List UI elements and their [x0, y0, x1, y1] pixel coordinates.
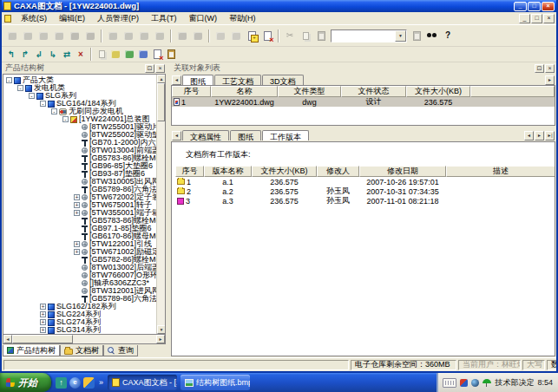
tree-item[interactable]: [8TW013004]前端盖SAE3: [4, 147, 156, 154]
route-down-icon[interactable]: ↳: [46, 49, 60, 61]
expand-toggle[interactable]: -: [29, 93, 35, 99]
route-in-icon[interactable]: ↲: [32, 49, 46, 61]
tree-item[interactable]: [8TW013002]后端盖: [4, 264, 156, 271]
tab-scroll-prev-icon[interactable]: ◄: [524, 131, 534, 140]
expand-toggle[interactable]: +: [40, 319, 46, 325]
column-header[interactable]: 序号: [175, 166, 204, 177]
panel-tab-0[interactable]: 产品结构树: [3, 345, 60, 356]
doc-tab-2[interactable]: 3D文档: [262, 75, 304, 85]
doc-paste-icon[interactable]: [164, 49, 178, 61]
tree-item[interactable]: [GB70.1-2000]内六角圆柱螺: [4, 139, 156, 147]
expand-toggle[interactable]: -: [17, 85, 23, 91]
tree-item[interactable]: +[5TW355001]端子箱组件: [4, 209, 156, 217]
checkout-icon[interactable]: [228, 29, 244, 43]
mdi-minimize-icon[interactable]: _: [519, 14, 530, 23]
toolbar1-icon-1-0[interactable]: [105, 29, 121, 43]
toolbar1-icon-2-1[interactable]: [190, 29, 206, 43]
document-icon[interactable]: [4, 15, 11, 23]
toolbar1-icon-0-3[interactable]: [51, 29, 67, 43]
mdi-restore-icon[interactable]: □: [531, 14, 542, 23]
tray-antivirus-icon[interactable]: [483, 378, 491, 388]
tree-item[interactable]: [8TW255001]驱动片(SAE11.: [4, 123, 156, 131]
shield-icon[interactable]: [83, 377, 95, 389]
task-button-1[interactable]: 结构树图纸.bmp -...: [181, 375, 250, 390]
expand-toggle[interactable]: +: [74, 202, 80, 208]
menu-item-3[interactable]: 工具(T): [145, 12, 183, 25]
scroll-down-icon[interactable]: ▼: [157, 325, 166, 334]
tree-item[interactable]: +[5TW672002]定子装配: [4, 193, 156, 201]
cancel-icon[interactable]: ×: [74, 49, 88, 61]
paste-icon[interactable]: [313, 29, 329, 43]
tab-scroll-first-icon[interactable]: ◄: [172, 131, 181, 140]
panel-close-icon[interactable]: ×: [155, 64, 165, 73]
tree-item[interactable]: [8TW766007]O形环*: [4, 271, 156, 279]
expand-toggle[interactable]: +: [40, 311, 46, 317]
toolbar1-icon-0-1[interactable]: [20, 29, 36, 43]
expand-toggle[interactable]: -: [6, 77, 12, 83]
tree-item[interactable]: [GB5783-86]螺栓M6x25: [4, 154, 156, 162]
panel-tab-1[interactable]: 文档树: [60, 345, 103, 356]
tree-item[interactable]: [GB96-85]大垫圈6: [4, 162, 156, 170]
task-button-0[interactable]: CAXA图文档 - [1Y...: [108, 375, 177, 390]
detail-tab-0[interactable]: 文档属性: [182, 130, 229, 140]
find-icon[interactable]: [424, 29, 440, 43]
tree-item[interactable]: [GB5789-86]六角法兰螺钉M: [4, 186, 156, 193]
cut-icon[interactable]: ✂: [282, 29, 298, 43]
tree-item[interactable]: -无刷同步发电机: [4, 108, 156, 115]
quick-launch-overflow-icon[interactable]: »: [99, 378, 103, 387]
language-bar-icon[interactable]: [443, 378, 456, 388]
doc-green-icon[interactable]: [122, 49, 136, 61]
expand-toggle[interactable]: +: [74, 249, 80, 255]
column-header[interactable]: 名称: [211, 86, 278, 97]
menu-item-1[interactable]: 编辑(E): [53, 12, 91, 25]
expand-toggle[interactable]: +: [40, 304, 46, 310]
copy-node-icon[interactable]: [95, 49, 108, 61]
restore-icon[interactable]: □: [528, 2, 541, 11]
detail-tab-2[interactable]: 工作版本: [262, 130, 309, 140]
scrollbar-thumb[interactable]: [157, 83, 165, 121]
tree-item[interactable]: +SLG314系列: [4, 326, 156, 334]
column-header[interactable]: 文件大小(KB): [406, 86, 470, 97]
tree-vertical-scrollbar[interactable]: ▲ ▼: [156, 75, 165, 334]
tree-item[interactable]: [8TW312001]进风网: [4, 287, 156, 295]
panel-close-icon[interactable]: ×: [545, 64, 555, 73]
swap-icon[interactable]: ⇄: [60, 49, 74, 61]
tree-item[interactable]: [GB5789-86]六角法兰螺钉M: [4, 295, 156, 303]
route-out-icon[interactable]: ↱: [18, 49, 32, 61]
doc-blue-icon[interactable]: [136, 49, 150, 61]
expand-toggle[interactable]: -: [51, 108, 57, 114]
column-header[interactable]: 修改日期: [359, 166, 446, 177]
expand-toggle[interactable]: -: [40, 101, 46, 107]
menu-item-5[interactable]: 帮助(H): [223, 12, 262, 25]
copy-icon[interactable]: [298, 29, 313, 43]
doc-tab-0[interactable]: 图纸: [182, 75, 213, 85]
menu-item-4[interactable]: 窗口(W): [183, 12, 224, 25]
tree-item[interactable]: -产品大类: [4, 76, 156, 84]
doc-yellow-icon[interactable]: [108, 49, 122, 61]
column-header[interactable]: 序号: [172, 86, 211, 97]
tray-network-icon[interactable]: [471, 379, 479, 387]
toolbar1-icon-1-1[interactable]: [121, 29, 136, 43]
tree-item[interactable]: [GB6170-86]螺母M6: [4, 232, 156, 240]
close-icon[interactable]: ×: [542, 2, 555, 11]
scroll-up-icon[interactable]: ▲: [157, 75, 166, 83]
tab-scroll-next-icon[interactable]: ►: [545, 75, 555, 85]
start-button[interactable]: 开始: [0, 373, 51, 392]
pin-icon[interactable]: ⊡: [535, 64, 544, 73]
tree-item[interactable]: [8TW310005]出风网: [4, 178, 156, 186]
tree-item[interactable]: +[5TW675001]转子: [4, 201, 156, 209]
tab-scroll-last-icon[interactable]: ►|: [545, 131, 555, 140]
toolbar1-icon-1-2[interactable]: [136, 29, 152, 43]
scroll-right-icon[interactable]: ►: [156, 335, 165, 343]
tree-item[interactable]: [GB5782-86]螺栓M6x55: [4, 256, 156, 264]
minimize-icon[interactable]: _: [514, 2, 527, 11]
expand-toggle[interactable]: -: [62, 116, 69, 122]
tree-item[interactable]: [GB5783-86]螺栓M6x16: [4, 217, 156, 225]
mdi-close-icon[interactable]: ×: [543, 14, 555, 23]
checkin-icon[interactable]: [213, 29, 228, 43]
column-header[interactable]: 版本名称: [204, 166, 252, 177]
tree-item[interactable]: [GB97.1-85]垫圈6: [4, 225, 156, 232]
paste-special-icon[interactable]: [409, 29, 424, 43]
toolbar1-icon-0-5[interactable]: [82, 29, 98, 43]
expand-toggle[interactable]: +: [74, 194, 80, 200]
